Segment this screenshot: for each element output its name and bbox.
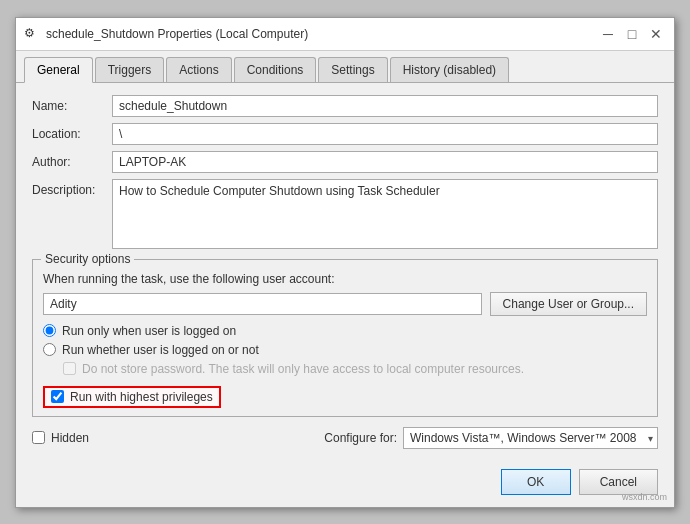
name-label: Name: [32,95,112,113]
minimize-button[interactable]: ─ [598,24,618,44]
privileges-row: Run with highest privileges [43,386,221,408]
configure-for-select[interactable]: Windows Vista™, Windows Server™ 2008 [403,427,658,449]
hidden-label: Hidden [51,431,89,445]
configure-for-label: Configure for: [324,431,397,445]
hidden-row: Hidden [32,431,89,445]
author-label: Author: [32,151,112,169]
tab-triggers[interactable]: Triggers [95,57,165,82]
tab-general[interactable]: General [24,57,93,83]
close-button[interactable]: ✕ [646,24,666,44]
window-title: schedule_Shutdown Properties (Local Comp… [46,27,308,41]
footer: OK Cancel [16,461,674,507]
no-store-password-checkbox[interactable] [63,362,76,375]
name-row: Name: [32,95,658,117]
tab-actions[interactable]: Actions [166,57,231,82]
title-bar: ⚙ schedule_Shutdown Properties (Local Co… [16,18,674,51]
window-icon: ⚙ [24,26,40,42]
configure-for-select-wrapper: Windows Vista™, Windows Server™ 2008 [403,427,658,449]
title-controls: ─ □ ✕ [598,24,666,44]
description-label: Description: [32,179,112,197]
security-section-title: Security options [41,252,134,266]
radio-logged-on-label: Run only when user is logged on [62,324,236,338]
account-prompt: When running the task, use the following… [43,272,647,286]
author-row: Author: [32,151,658,173]
bottom-row: Hidden Configure for: Windows Vista™, Wi… [32,427,658,449]
author-input[interactable] [112,151,658,173]
radio-logged-on[interactable] [43,324,56,337]
run-highest-privileges-checkbox[interactable] [51,390,64,403]
change-user-button[interactable]: Change User or Group... [490,292,647,316]
radio-whether-logged-on[interactable] [43,343,56,356]
watermark: wsxdn.com [622,492,667,502]
no-store-password-label: Do not store password. The task will onl… [82,362,524,376]
radio-logged-on-row: Run only when user is logged on [43,324,647,338]
account-input[interactable] [43,293,482,315]
radio-whether-row: Run whether user is logged on or not [43,343,647,357]
tab-history[interactable]: History (disabled) [390,57,509,82]
description-input[interactable]: How to Schedule Computer Shutdown using … [112,179,658,249]
ok-button[interactable]: OK [501,469,571,495]
radio-whether-label: Run whether user is logged on or not [62,343,259,357]
configure-for-row: Configure for: Windows Vista™, Windows S… [99,427,658,449]
tab-conditions[interactable]: Conditions [234,57,317,82]
account-row: Change User or Group... [43,292,647,316]
run-highest-privileges-label: Run with highest privileges [70,390,213,404]
location-row: Location: [32,123,658,145]
maximize-button[interactable]: □ [622,24,642,44]
name-input[interactable] [112,95,658,117]
security-section: Security options When running the task, … [32,259,658,417]
no-store-password-row: Do not store password. The task will onl… [63,362,647,376]
hidden-checkbox[interactable] [32,431,45,444]
tabs-bar: General Triggers Actions Conditions Sett… [16,51,674,83]
tab-settings[interactable]: Settings [318,57,387,82]
description-row: Description: How to Schedule Computer Sh… [32,179,658,249]
location-input[interactable] [112,123,658,145]
location-label: Location: [32,123,112,141]
content-area: Name: Location: Author: Description: How… [16,83,674,461]
